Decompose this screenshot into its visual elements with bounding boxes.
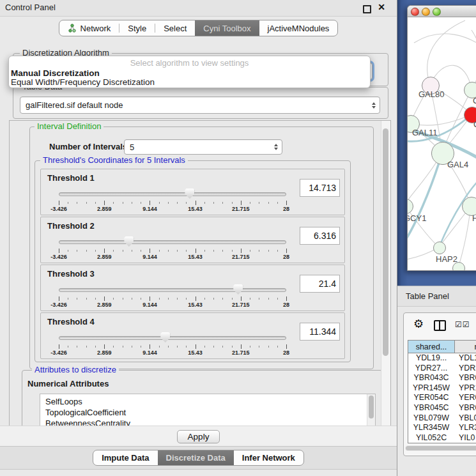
table-row[interactable]: YER054CYER0: [408, 393, 476, 403]
tab-discretize-data[interactable]: Discretize Data: [158, 450, 234, 465]
minimize-window-icon[interactable]: [422, 8, 430, 16]
interval-definition-title: Interval Definition: [35, 122, 104, 131]
network-icon: [68, 24, 77, 33]
settings-scrollbar[interactable]: [381, 121, 390, 426]
cell: YLR345W: [408, 423, 454, 433]
slider-tick-labels: -3.426 2.859 9.144 15.43 21.715 28: [59, 254, 286, 260]
threshold-2-value-field[interactable]: [300, 227, 340, 245]
table-row[interactable]: YBR043CYBR0: [408, 373, 476, 383]
column-header-shared[interactable]: shared...: [408, 340, 455, 353]
slider-thumb[interactable]: [160, 332, 170, 342]
table-data-selected-value: galFiltered.sif default node: [26, 100, 123, 110]
tab-impute-data-label: Impute Data: [102, 453, 149, 463]
control-panel: Control Panel ✕ Network Style Select Cyn…: [0, 0, 397, 476]
node-table: shared... na YDL19...YDL1 YDR27...YDR2 Y…: [408, 340, 476, 443]
cell: YDR2: [454, 364, 476, 374]
algorithm-dropdown-popup: Select algorithm to view settings Manual…: [8, 56, 371, 88]
apply-strip: Apply: [0, 426, 397, 447]
tick-label: 2.859: [97, 302, 112, 308]
slider-tick-labels: -3.426 2.859 9.144 15.43 21.715 28: [59, 349, 286, 356]
slider-thumb[interactable]: [233, 284, 243, 295]
list-scrollbar[interactable]: [367, 394, 375, 427]
cell: YIL0: [454, 433, 476, 443]
settings-scrollpane: Interval Definition Number of Intervals …: [9, 120, 391, 427]
table-row[interactable]: YPR145WYPR1: [408, 383, 476, 394]
tick-label: 15.43: [188, 254, 203, 260]
network-canvas[interactable]: GAL80 GA C GAL11 GAL4 GCY1 H HAP2: [408, 17, 476, 270]
threshold-3-box: Threshold 3 -3.426 2.859 9.144 15.43 21.…: [40, 265, 345, 311]
slider-thumb[interactable]: [124, 236, 134, 247]
node-label-clipped-ga: GA: [473, 96, 476, 105]
threshold-1-box: Threshold 1 -3.426 2.859 9.144 15.43 21.…: [40, 169, 345, 215]
tab-cyni-toolbox[interactable]: Cyni Toolbox: [195, 20, 259, 36]
network-window[interactable]: GAL80 GA C GAL11 GAL4 GCY1 H HAP2: [407, 5, 476, 271]
apply-button[interactable]: Apply: [177, 430, 220, 443]
threshold-2-slider[interactable]: [59, 236, 286, 247]
threshold-3-slider[interactable]: [59, 284, 286, 295]
tick-label: -3.426: [50, 349, 67, 356]
cell: YPR1: [454, 383, 476, 394]
tab-jactivemnodules-label: jActiveMNodules: [268, 24, 330, 33]
table-row[interactable]: YBL079WYBL0: [408, 413, 476, 424]
threshold-4-box: Threshold 4 -3.426 2.859 9.144 15.43 21.…: [40, 312, 345, 359]
threshold-4-label: Threshold 4: [47, 317, 95, 326]
float-window-icon[interactable]: [363, 5, 371, 13]
slider-thumb[interactable]: [185, 188, 194, 199]
table-row[interactable]: YIL052CYIL0: [408, 433, 476, 443]
tick-label: -3.426: [50, 206, 67, 212]
cell: YER054C: [408, 393, 454, 403]
table-row[interactable]: YLR345WYLR3: [408, 423, 476, 433]
top-tab-bar: Network Style Select Cyni Toolbox jActiv…: [0, 20, 397, 36]
columns-icon[interactable]: [434, 320, 446, 331]
slider-ticks: [59, 201, 286, 205]
threshold-1-slider[interactable]: [59, 188, 286, 199]
tab-impute-data[interactable]: Impute Data: [93, 450, 157, 465]
thresholds-group: Threshold's Coordinates for 5 Intervals …: [35, 160, 351, 362]
table-row[interactable]: YDR27...YDR2: [408, 364, 476, 374]
list-item[interactable]: SelfLoops: [40, 394, 375, 407]
gear-icon[interactable]: ⚙: [413, 318, 424, 330]
slider-tick-labels: -3.426 2.859 9.144 15.43 21.715 28: [59, 302, 286, 308]
node-label-gal80: GAL80: [418, 89, 444, 99]
column-header-name[interactable]: na: [455, 340, 476, 353]
tick-label: 2.859: [97, 206, 112, 212]
tab-network[interactable]: Network: [59, 20, 119, 36]
number-of-intervals-combobox[interactable]: 5: [124, 139, 282, 155]
tab-discretize-data-label: Discretize Data: [166, 453, 226, 463]
algorithm-option-manual[interactable]: Manual Discretization: [11, 68, 368, 78]
table-panel-body: ⚙ ☑☑ shared... na YDL19...YDL1 YDR27...Y…: [397, 307, 476, 476]
tick-label: 9.144: [142, 302, 157, 308]
tab-jactivemnodules[interactable]: jActiveMNodules: [259, 20, 338, 36]
slider-track: [59, 240, 286, 244]
tick-label: 21.715: [232, 206, 250, 212]
algorithm-option-equal-width[interactable]: Equal Width/Frequency Discretization: [11, 77, 368, 87]
node-hap2[interactable]: [433, 242, 446, 254]
table-row[interactable]: YBR045CYBR0: [408, 403, 476, 413]
numerical-attributes-list[interactable]: SelfLoops TopologicalCoefficient Between…: [40, 394, 376, 427]
close-icon[interactable]: ✕: [378, 2, 385, 12]
table-data-combobox[interactable]: galFiltered.sif default node: [20, 96, 380, 114]
cell: YBL079W: [408, 413, 454, 424]
tick-label: -3.426: [50, 302, 67, 308]
select-checkboxes-icon[interactable]: ☑☑: [455, 320, 470, 329]
list-item[interactable]: TopologicalCoefficient: [40, 407, 375, 418]
tab-infer-network-label: Infer Network: [242, 453, 295, 463]
tab-select[interactable]: Select: [155, 20, 195, 36]
threshold-4-value-field[interactable]: [300, 323, 340, 341]
close-window-icon[interactable]: [411, 8, 419, 16]
tab-infer-network[interactable]: Infer Network: [234, 450, 303, 465]
tab-style[interactable]: Style: [119, 20, 155, 36]
zoom-window-icon[interactable]: [433, 8, 441, 16]
network-window-titlebar[interactable]: [408, 6, 476, 17]
number-of-intervals-value: 5: [130, 142, 134, 152]
scrollbar-thumb[interactable]: [383, 128, 388, 356]
algorithm-placeholder-option[interactable]: Select algorithm to view settings: [9, 58, 370, 68]
threshold-4-slider[interactable]: [59, 332, 286, 343]
threshold-3-value-field[interactable]: [300, 275, 340, 293]
tick-label: -3.426: [50, 254, 67, 260]
threshold-1-value-field[interactable]: [300, 179, 340, 197]
table-horizontal-scrollbar[interactable]: [405, 445, 476, 451]
table-row[interactable]: YDL19...YDL1: [408, 353, 476, 364]
slider-ticks: [59, 296, 286, 301]
cell: YDR27...: [408, 364, 454, 374]
